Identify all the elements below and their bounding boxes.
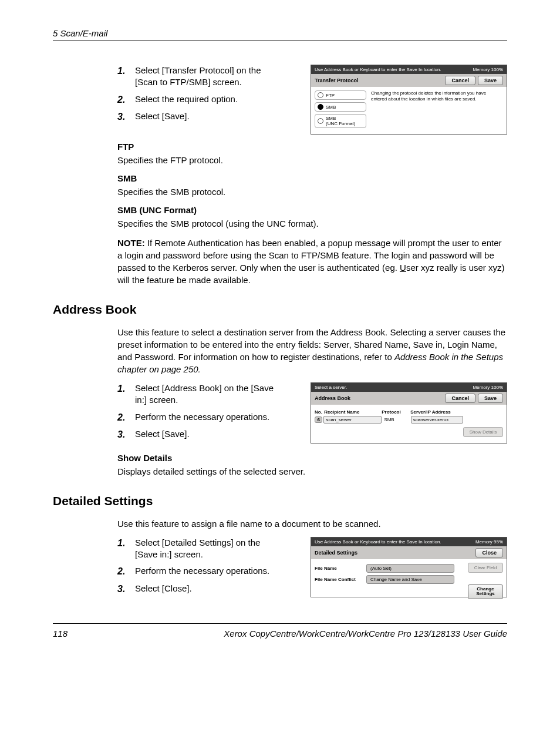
row-server: scanserver.xerox	[411, 416, 463, 424]
close-button[interactable]: Close	[475, 548, 503, 557]
rule-top	[53, 41, 507, 41]
fig-title: Detailed Settings	[315, 550, 473, 556]
row-recipient: scan_server	[323, 416, 382, 424]
heading-detailed-settings: Detailed Settings	[53, 494, 507, 508]
step-text: Select [Save].	[135, 110, 282, 123]
step-text: Perform the necessary operations.	[135, 411, 282, 424]
value-file-name-conflict: Change Name and Save	[366, 575, 454, 584]
save-button[interactable]: Save	[478, 76, 503, 85]
fig-message: Changing the protocol deletes the inform…	[366, 90, 503, 130]
label-file-name-conflict: File Name Conflict	[315, 577, 366, 582]
heading-show-details: Show Details	[117, 453, 507, 463]
change-settings-button[interactable]: Change Settings	[468, 584, 503, 600]
detailed-intro: Use this feature to assign a file name t…	[117, 518, 507, 530]
fig-memory: Memory 100%	[473, 385, 503, 390]
para-smb: Specifies the SMB protocol.	[117, 186, 507, 198]
radio-smb-unc[interactable]: SMB(UNC Format)	[315, 114, 366, 128]
step-text: Select the required option.	[135, 93, 282, 106]
fig-memory: Memory 95%	[475, 539, 503, 545]
figure-detailed-settings: Use Address Book or Keyboard to enter th…	[311, 537, 507, 597]
step-text: Select [Save].	[135, 428, 282, 441]
figure-address-book: Select a server. Memory 100% Address Boo…	[311, 382, 507, 443]
step-num: 3.	[117, 583, 135, 596]
label-file-name: File Name	[315, 566, 366, 571]
step-num: 2.	[117, 565, 135, 578]
step-text: Select [Detailed Settings] on the [Save …	[135, 537, 282, 561]
running-head: 5 Scan/E-mail	[53, 28, 507, 38]
radio-icon	[318, 104, 323, 110]
table-row[interactable]: 6 scan_server SMB scanserver.xerox	[315, 416, 463, 424]
fig-instruction: Use Address Book or Keyboard to enter th…	[315, 539, 441, 545]
col-server: Server/IP Address	[410, 409, 463, 415]
step-num: 1.	[117, 382, 135, 406]
col-recipient: Recipient Name	[324, 409, 382, 415]
value-file-name: (Auto Set)	[366, 564, 454, 573]
save-button[interactable]: Save	[478, 394, 503, 403]
row-protocol: SMB	[382, 417, 410, 422]
para-show-details: Displays detailed settings of the select…	[117, 465, 507, 478]
step-text: Select [Address Book] on the [Save in:] …	[135, 382, 282, 406]
fig-title: Address Book	[315, 395, 443, 401]
fig-title: Transfer Protocol	[315, 78, 443, 83]
fig-instruction: Select a server.	[315, 385, 347, 390]
col-protocol: Protocol	[382, 409, 410, 415]
step-num: 1.	[117, 65, 135, 89]
radio-label: FTP	[326, 93, 335, 98]
step-num: 3.	[117, 428, 135, 441]
cancel-button[interactable]: Cancel	[445, 76, 475, 85]
heading-smb: SMB	[117, 173, 507, 183]
step-text: Select [Transfer Protocol] on the [Scan …	[135, 65, 282, 89]
clear-field-button[interactable]: Clear Field	[468, 563, 503, 573]
heading-address-book: Address Book	[53, 303, 507, 317]
step-num: 3.	[117, 110, 135, 123]
figure-transfer-protocol: Use Address Book or Keyboard to enter th…	[311, 65, 507, 135]
row-no: 6	[315, 416, 322, 423]
fig-memory: Memory 100%	[473, 67, 503, 72]
radio-smb[interactable]: SMB	[315, 102, 366, 112]
radio-icon	[318, 118, 323, 124]
step-text: Select [Close].	[135, 583, 282, 596]
radio-label: SMB(UNC Format)	[326, 116, 355, 126]
step-text: Perform the necessary operations.	[135, 565, 282, 578]
para-ftp: Specifies the FTP protocol.	[117, 154, 507, 166]
radio-label: SMB	[326, 105, 336, 110]
note-underline: U	[400, 263, 406, 273]
cancel-button[interactable]: Cancel	[445, 394, 475, 403]
col-no: No.	[315, 409, 324, 415]
note: NOTE: If Remote Authentication has been …	[117, 237, 507, 286]
para-smb-unc: Specifies the SMB protocol (using the UN…	[117, 217, 507, 230]
fig-instruction: Use Address Book or Keyboard to enter th…	[315, 67, 441, 72]
radio-ftp[interactable]: FTP	[315, 90, 366, 100]
heading-smb-unc: SMB (UNC Format)	[117, 205, 507, 215]
page-number: 118	[53, 629, 68, 639]
addrbook-intro: Use this feature to select a destination…	[117, 326, 507, 375]
step-num: 2.	[117, 93, 135, 106]
heading-ftp: FTP	[117, 142, 507, 152]
footer-guide: Xerox CopyCentre/WorkCentre/WorkCentre P…	[224, 629, 507, 639]
radio-icon	[318, 92, 323, 98]
step-num: 2.	[117, 411, 135, 424]
note-lead: NOTE:	[117, 238, 145, 248]
show-details-button[interactable]: Show Details	[463, 427, 503, 437]
step-num: 1.	[117, 537, 135, 561]
